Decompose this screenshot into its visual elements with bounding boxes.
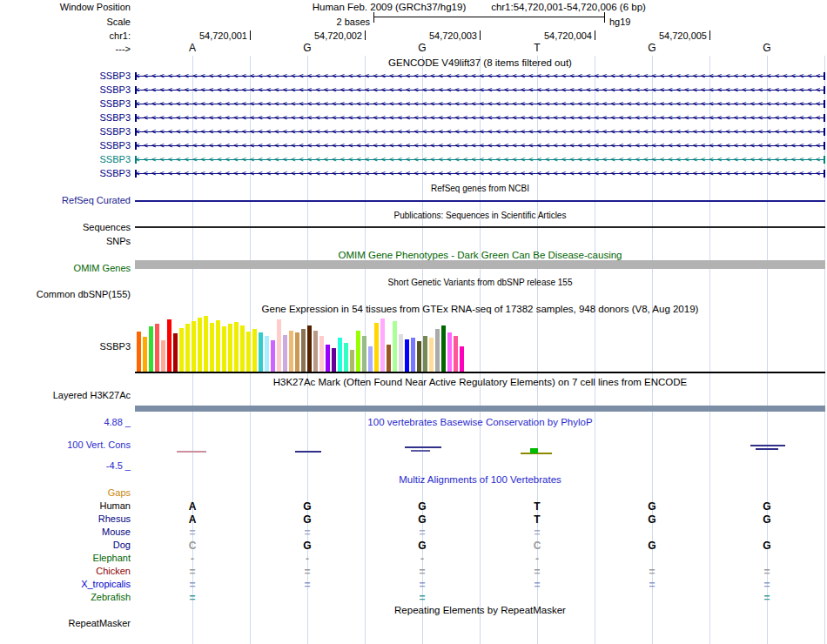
gtex-bar[interactable] xyxy=(332,348,336,372)
species-label-dog[interactable]: Dog xyxy=(0,540,131,551)
gtex-bar[interactable] xyxy=(192,321,196,372)
conservation-track-label[interactable]: 100 Vert. Cons xyxy=(0,439,131,451)
gencode-track-label[interactable]: SSBP3 xyxy=(0,98,131,110)
gencode-track-label[interactable]: SSBP3 xyxy=(0,126,131,138)
species-label-mouse[interactable]: Mouse xyxy=(0,527,131,538)
phylop-mark[interactable] xyxy=(405,446,441,448)
gtex-bar[interactable] xyxy=(167,319,171,372)
gencode-transcript[interactable]: <<<<<<<<<<<<<<<<<<<<<<<<<<<<<<<<<<<<<<<<… xyxy=(135,84,825,96)
gtex-bar[interactable] xyxy=(326,345,330,372)
gtex-bar[interactable] xyxy=(460,346,464,372)
gtex-bar[interactable] xyxy=(283,335,287,372)
gtex-bar[interactable] xyxy=(423,336,427,372)
refseq-curated-item[interactable] xyxy=(135,200,825,202)
gtex-track-label[interactable]: SSBP3 xyxy=(0,341,131,352)
gtex-bar[interactable] xyxy=(429,338,434,372)
gtex-bar[interactable] xyxy=(143,337,147,372)
gtex-bar[interactable] xyxy=(356,331,360,372)
gencode-track-label[interactable]: SSBP3 xyxy=(0,84,131,96)
h3k27ac-signal-bar[interactable] xyxy=(135,406,825,412)
gtex-bar[interactable] xyxy=(313,331,318,372)
gtex-bar[interactable] xyxy=(252,329,257,372)
gencode-track-label[interactable]: SSBP3 xyxy=(0,154,131,165)
species-label-rhesus[interactable]: Rhesus xyxy=(0,513,131,525)
gtex-bar[interactable] xyxy=(380,319,385,372)
gtex-bar[interactable] xyxy=(435,329,440,372)
gtex-bar[interactable] xyxy=(399,334,403,372)
gtex-bar[interactable] xyxy=(210,323,214,372)
sequences-item[interactable] xyxy=(135,226,825,228)
gtex-bar[interactable] xyxy=(265,336,269,372)
refseq-curated-label[interactable]: RefSeq Curated xyxy=(0,195,131,206)
phylop-mark[interactable] xyxy=(295,451,321,453)
gtex-bar[interactable] xyxy=(155,324,159,372)
gtex-bar[interactable] xyxy=(447,332,452,372)
gtex-bar[interactable] xyxy=(393,321,397,372)
gtex-bar[interactable] xyxy=(179,328,184,372)
repeatmasker-label[interactable]: RepeatMasker xyxy=(0,618,131,629)
gtex-bar[interactable] xyxy=(344,343,348,372)
species-label-elephant[interactable]: Elephant xyxy=(0,553,131,564)
gencode-transcript[interactable]: <<<<<<<<<<<<<<<<<<<<<<<<<<<<<<<<<<<<<<<<… xyxy=(135,112,825,124)
gencode-transcript[interactable]: <<<<<<<<<<<<<<<<<<<<<<<<<<<<<<<<<<<<<<<<… xyxy=(135,154,825,165)
gtex-bar[interactable] xyxy=(259,332,263,372)
gtex-bar[interactable] xyxy=(374,323,379,372)
phylop-mark[interactable] xyxy=(411,450,430,452)
gtex-bar[interactable] xyxy=(295,332,299,372)
gencode-track-label[interactable]: SSBP3 xyxy=(0,112,131,124)
dbsnp-label[interactable]: Common dbSNP(155) xyxy=(0,289,131,300)
gtex-bar[interactable] xyxy=(289,331,293,372)
gtex-bar[interactable] xyxy=(441,325,446,372)
gtex-bar[interactable] xyxy=(338,338,342,372)
gtex-bar[interactable] xyxy=(454,336,458,372)
gtex-bar[interactable] xyxy=(246,332,251,372)
species-label-human[interactable]: Human xyxy=(0,500,131,512)
gencode-transcript[interactable]: <<<<<<<<<<<<<<<<<<<<<<<<<<<<<<<<<<<<<<<<… xyxy=(135,126,825,138)
gtex-bar[interactable] xyxy=(411,338,415,372)
snps-label[interactable]: SNPs xyxy=(0,236,131,247)
species-label-chicken[interactable]: Chicken xyxy=(0,566,131,577)
gtex-bar[interactable] xyxy=(319,336,324,372)
alignment-base: G xyxy=(303,500,311,513)
gtex-bar[interactable] xyxy=(204,316,208,372)
gtex-bar[interactable] xyxy=(271,340,275,372)
omim-genes-bar[interactable] xyxy=(135,260,825,269)
gencode-transcript[interactable]: <<<<<<<<<<<<<<<<<<<<<<<<<<<<<<<<<<<<<<<<… xyxy=(135,140,825,151)
gtex-bar[interactable] xyxy=(417,341,421,372)
gtex-bar[interactable] xyxy=(228,324,232,372)
gencode-track-label[interactable]: SSBP3 xyxy=(0,70,131,82)
gtex-bar[interactable] xyxy=(405,339,409,372)
gtex-bar[interactable] xyxy=(387,345,391,372)
gtex-bar[interactable] xyxy=(216,320,220,372)
species-label-zebrafish[interactable]: Zebrafish xyxy=(0,592,131,603)
h3k27ac-label[interactable]: Layered H3K27Ac xyxy=(0,390,131,401)
gtex-bar[interactable] xyxy=(173,333,178,372)
gtex-bar[interactable] xyxy=(368,346,373,372)
gtex-bar[interactable] xyxy=(222,326,226,372)
gencode-transcript[interactable]: <<<<<<<<<<<<<<<<<<<<<<<<<<<<<<<<<<<<<<<<… xyxy=(135,168,825,179)
gtex-bar[interactable] xyxy=(149,326,153,372)
sequences-label[interactable]: Sequences xyxy=(0,222,131,233)
gtex-bar[interactable] xyxy=(301,329,306,372)
gtex-bar[interactable] xyxy=(362,336,366,372)
gtex-bar[interactable] xyxy=(185,324,190,372)
phylop-mark[interactable] xyxy=(530,448,538,453)
gtex-bar[interactable] xyxy=(137,332,141,372)
phylop-mark[interactable] xyxy=(750,445,785,446)
gtex-bar[interactable] xyxy=(277,319,281,372)
phylop-mark[interactable] xyxy=(177,451,206,453)
gencode-track-label[interactable]: SSBP3 xyxy=(0,168,131,179)
phylop-mark[interactable] xyxy=(756,448,778,450)
gtex-bar[interactable] xyxy=(350,350,354,372)
omim-genes-label[interactable]: OMIM Genes xyxy=(0,263,131,274)
gtex-bar[interactable] xyxy=(234,322,239,372)
species-label-x-tropicalis[interactable]: X_tropicalis xyxy=(0,579,131,590)
gtex-bar[interactable] xyxy=(307,325,312,372)
gtex-bar[interactable] xyxy=(161,340,165,372)
gtex-bar[interactable] xyxy=(240,325,245,372)
species-label-gaps[interactable]: Gaps xyxy=(0,487,131,499)
gtex-bar[interactable] xyxy=(198,318,202,372)
gencode-transcript[interactable]: <<<<<<<<<<<<<<<<<<<<<<<<<<<<<<<<<<<<<<<<… xyxy=(135,70,825,82)
gencode-transcript[interactable]: <<<<<<<<<<<<<<<<<<<<<<<<<<<<<<<<<<<<<<<<… xyxy=(135,98,825,110)
gencode-track-label[interactable]: SSBP3 xyxy=(0,140,131,151)
